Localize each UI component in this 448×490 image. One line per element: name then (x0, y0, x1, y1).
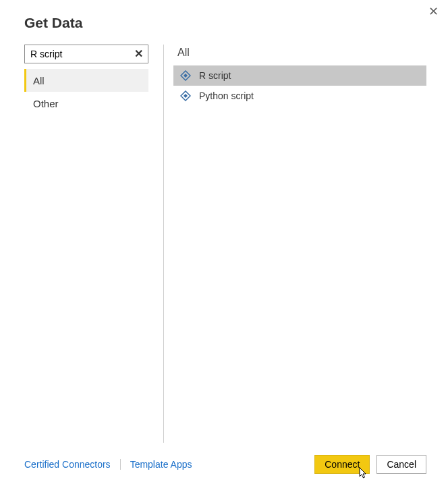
clear-search-icon[interactable]: ✕ (132, 49, 146, 59)
script-diamond-icon (180, 90, 191, 101)
connector-panel: All R script (164, 45, 426, 443)
category-label: Other (33, 98, 59, 109)
category-panel: ✕ All Other (24, 45, 151, 443)
dialog-title: Get Data (24, 15, 448, 31)
footer-separator (120, 459, 121, 470)
connector-item-r-script[interactable]: R script (173, 65, 426, 86)
category-item-all[interactable]: All (24, 69, 148, 92)
close-icon[interactable]: ✕ (428, 5, 439, 18)
svg-marker-1 (184, 74, 188, 78)
svg-marker-3 (184, 94, 188, 98)
certified-connectors-link[interactable]: Certified Connectors (24, 459, 111, 470)
dialog-footer: Certified Connectors Template Apps Conne… (0, 443, 448, 490)
connector-list-header: All (173, 45, 426, 65)
cancel-button[interactable]: Cancel (376, 455, 426, 474)
connector-item-python-script[interactable]: Python script (173, 86, 426, 106)
connect-button[interactable]: Connect (314, 455, 370, 474)
connector-label: R script (199, 70, 231, 81)
dialog-header: Get Data (0, 0, 448, 45)
search-input[interactable] (24, 45, 148, 63)
connector-label: Python script (199, 90, 254, 101)
script-diamond-icon (180, 70, 191, 81)
category-list: All Other (24, 69, 150, 115)
template-apps-link[interactable]: Template Apps (130, 459, 192, 470)
search-box: ✕ (24, 45, 148, 63)
connector-list: R script Python script (173, 65, 426, 106)
category-label: All (33, 75, 45, 86)
category-item-other[interactable]: Other (24, 92, 148, 115)
